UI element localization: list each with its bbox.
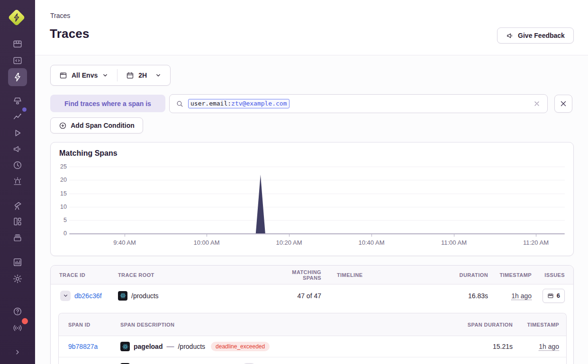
gear-icon	[12, 274, 23, 284]
sidebar-item-insights[interactable]	[8, 108, 27, 124]
sidebar-item-help[interactable]	[8, 303, 27, 320]
telescope-icon	[12, 201, 23, 211]
col-header-span-description: SPAN DESCRIPTION	[120, 322, 338, 328]
y-tick-label: 0	[53, 230, 67, 237]
inbox-icon	[547, 293, 554, 299]
add-span-condition-button[interactable]: Add Span Condition	[50, 117, 143, 133]
span-search-input[interactable]: user.email:ztv@example.com	[169, 94, 548, 113]
sidebar	[0, 0, 35, 364]
close-icon	[559, 99, 568, 108]
span-operation: pageload	[134, 343, 163, 350]
y-tick-label: 15	[53, 190, 67, 197]
span-table-row: 9b78827a pageload — /products deadline_e…	[59, 336, 566, 357]
main-content: Traces Traces Give Feedback All Envs 2H …	[35, 0, 588, 364]
col-header-timestamp: TIMESTAMP	[488, 272, 532, 278]
sidebar-item-feedback[interactable]	[8, 141, 27, 157]
chevron-down-icon	[102, 72, 109, 79]
page-header: Traces Traces Give Feedback	[35, 0, 588, 55]
whats-new-notification-dot	[22, 318, 28, 324]
calendar-icon	[126, 71, 134, 80]
span-duration: 15.21s	[452, 343, 513, 350]
sidebar-item-stats[interactable]	[8, 254, 27, 270]
x-tick-label: 9:40 AM	[113, 239, 136, 246]
chevron-down-icon	[63, 293, 69, 299]
matching-spans-count: 47 of 47	[274, 292, 333, 300]
question-circle-icon	[12, 306, 23, 317]
span-description: /products	[178, 343, 205, 350]
sidebar-item-alerts[interactable]	[8, 173, 27, 189]
give-feedback-label: Give Feedback	[518, 32, 565, 39]
col-header-span-duration: SPAN DURATION	[452, 322, 513, 328]
environment-filter-button[interactable]: All Envs	[51, 65, 117, 85]
token-key: user.email:	[190, 100, 231, 107]
clock-rewind-icon	[12, 160, 23, 170]
span-id-link[interactable]: 9b78827a	[68, 343, 120, 350]
trace-issues-button[interactable]: 6	[543, 289, 565, 303]
chart-plot-area[interactable]	[69, 167, 565, 233]
archive-box-icon	[12, 232, 23, 243]
sidebar-item-releases[interactable]	[8, 157, 27, 173]
play-icon	[12, 128, 23, 138]
react-atom-glyph	[119, 292, 127, 299]
span-timestamp[interactable]: 1h ago	[539, 343, 559, 350]
x-tick-label: 10:00 AM	[194, 239, 220, 246]
sidebar-item-issues[interactable]	[8, 36, 27, 52]
sidebar-item-archive[interactable]	[8, 230, 27, 246]
filter-bar: All Envs 2H	[50, 65, 171, 86]
col-header-trace-id: TRACE ID	[59, 272, 118, 278]
megaphone-icon	[12, 144, 23, 154]
sidebar-item-settings[interactable]	[8, 271, 27, 287]
search-filter-token[interactable]: user.email:ztv@example.com	[188, 99, 289, 108]
col-header-matching-spans: MATCHING SPANS	[274, 269, 333, 281]
collapse-trace-button[interactable]	[60, 291, 71, 301]
chevron-right-icon	[13, 348, 22, 356]
sidebar-item-explore-active[interactable]	[8, 68, 27, 86]
time-range-filter-button[interactable]: 2H	[118, 65, 170, 85]
environment-filter-label: All Envs	[72, 71, 98, 79]
logo-bolt-icon	[12, 13, 21, 22]
x-tick-label: 10:20 AM	[276, 239, 302, 246]
sidebar-item-whats-new[interactable]	[8, 320, 27, 336]
window-icon	[59, 71, 67, 80]
insights-notification-dot	[22, 107, 27, 112]
trace-issues-count: 6	[557, 292, 560, 299]
sidebar-item-funnel[interactable]	[8, 93, 27, 109]
matching-spans-series	[69, 167, 565, 233]
delete-condition-button[interactable]	[554, 95, 572, 113]
col-header-duration: DURATION	[443, 272, 488, 278]
give-feedback-button[interactable]: Give Feedback	[497, 27, 574, 44]
trace-id-link[interactable]: db26c36f	[74, 292, 102, 300]
search-clear-button[interactable]	[533, 100, 541, 107]
x-axis-line	[69, 233, 565, 234]
col-header-timeline: TIMELINE	[333, 272, 443, 278]
sidebar-item-replays[interactable]	[8, 125, 27, 141]
span-table-row: b7a7e441 http.server — GET /organization…	[59, 357, 566, 364]
sidebar-item-projects[interactable]	[8, 53, 27, 69]
traces-table-card: TRACE ID TRACE ROOT MATCHING SPANS TIMEL…	[50, 265, 574, 364]
inbox-icon	[12, 39, 23, 49]
sidebar-item-discover[interactable]	[8, 198, 27, 214]
trace-duration: 16.83s	[443, 292, 488, 300]
trace-timestamp[interactable]: 1h ago	[511, 292, 532, 300]
sentry-logo-icon[interactable]	[8, 9, 25, 26]
col-header-span-timestamp: TIMESTAMP	[513, 322, 559, 328]
col-header-span-id: SPAN ID	[68, 322, 120, 328]
search-icon	[176, 100, 184, 108]
time-range-label: 2H	[138, 71, 147, 79]
span-table-header: SPAN ID SPAN DESCRIPTION SPAN DURATION T…	[59, 313, 566, 336]
breadcrumb[interactable]: Traces	[50, 12, 70, 19]
close-icon	[533, 100, 541, 107]
code-folder-icon	[12, 55, 23, 66]
sidebar-collapse-toggle[interactable]	[8, 344, 27, 360]
projector-icon	[12, 96, 23, 106]
react-icon	[118, 291, 127, 301]
col-header-issues: ISSUES	[532, 272, 565, 278]
sidebar-item-dashboards[interactable]	[8, 213, 27, 230]
plus-circle-icon	[59, 122, 67, 130]
bar-chart-icon	[12, 257, 23, 267]
col-header-trace-root: TRACE ROOT	[118, 272, 274, 278]
x-tick-label: 11:20 AM	[523, 239, 549, 246]
dashboard-icon	[12, 216, 23, 227]
trace-root-label: /products	[131, 292, 159, 300]
span-condition-pill: Find traces where a span is	[50, 95, 165, 112]
